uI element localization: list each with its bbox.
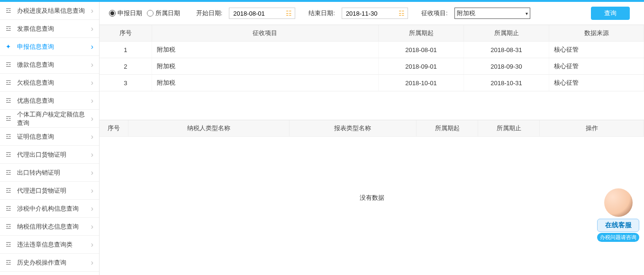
sidebar-item-violation[interactable]: ☲违法违章信息查询类› — [0, 236, 99, 254]
export-icon: ☲ — [6, 151, 13, 158]
collection-label: 征收项目: — [421, 9, 448, 18]
detail-table: 序号 纳税人类型名称 报表类型名称 所属期起 所属期止 操作 — [100, 120, 644, 137]
filter-bar: 申报日期 所属日期 开始日期: ☷ 结束日期: ☷ 征收项目: 附加税▾ 查询 — [100, 2, 644, 25]
sidebar-item-invoice[interactable]: ☲发票信息查询› — [0, 20, 99, 38]
avatar — [604, 188, 633, 217]
sidebar-item-history[interactable]: ☲历史办税操作查询› — [0, 254, 99, 272]
chevron-right-icon: › — [91, 240, 93, 249]
doc-icon: ☲ — [6, 7, 13, 14]
start-date-input[interactable]: ☷ — [229, 8, 295, 19]
col-source: 数据来源 — [549, 25, 644, 42]
sidebar-item-arrears[interactable]: ☲欠税信息查询› — [0, 74, 99, 92]
money-icon: ☲ — [6, 61, 13, 68]
sidebar-item-individual[interactable]: ☲个体工商户核定定额信息查询› — [0, 110, 99, 128]
sidebar-item-export-agent[interactable]: ☲代理出口货物证明› — [0, 146, 99, 164]
cert-icon: ☲ — [6, 133, 13, 140]
empty-state: 没有数据 — [100, 137, 644, 259]
sidebar-item-domestic[interactable]: ☲出口转内销证明› — [0, 164, 99, 182]
col-index: 序号 — [100, 25, 152, 42]
col-item: 征收项目 — [152, 25, 379, 42]
col2-end: 所属期止 — [478, 120, 540, 137]
chevron-right-icon: › — [91, 7, 93, 15]
col2-start: 所属期起 — [417, 120, 478, 137]
col2-index: 序号 — [100, 120, 128, 137]
col2-action: 操作 — [540, 120, 644, 137]
tag-icon: ☲ — [6, 97, 13, 104]
col2-report: 报表类型名称 — [289, 120, 417, 137]
radio-declare-date[interactable]: 申报日期 — [109, 9, 142, 18]
sidebar-item-intermediary[interactable]: ☲涉税中介机构信息查询› — [0, 200, 99, 218]
end-date-label: 结束日期: — [308, 9, 335, 18]
credit-icon: ☲ — [6, 223, 13, 230]
end-date-input[interactable]: ☷ — [342, 8, 408, 19]
sidebar-item-benefit[interactable]: ☲优惠信息查询› — [0, 92, 99, 110]
search-doc-icon: ☲ — [6, 25, 13, 32]
sidebar-item-credit[interactable]: ☲纳税信用状态信息查询› — [0, 218, 99, 236]
history-icon: ☲ — [6, 259, 13, 266]
building-icon: ☲ — [6, 115, 13, 122]
chevron-right-icon: › — [91, 204, 93, 213]
table-row[interactable]: 1附加税2018-08-012018-08-31核心征管 — [100, 42, 644, 58]
table-row[interactable]: 2附加税2018-09-012018-09-30核心征管 — [100, 58, 644, 75]
chevron-right-icon: › — [91, 97, 93, 105]
domestic-icon: ☲ — [6, 169, 13, 176]
chevron-right-icon: › — [91, 258, 93, 267]
org-icon: ☲ — [6, 205, 13, 212]
sidebar-item-cert[interactable]: ☲证明信息查询› — [0, 128, 99, 146]
col-period-start: 所属期起 — [379, 25, 464, 42]
table-row[interactable]: 3附加税2018-10-012018-10-31核心征管 — [100, 75, 644, 91]
import-icon: ☲ — [6, 187, 13, 194]
sidebar-item-declare[interactable]: ✦申报信息查询› — [0, 38, 99, 56]
col-period-end: 所属期止 — [464, 25, 549, 42]
customer-service-widget[interactable]: 在线客服 办税问题请咨询 — [597, 188, 639, 242]
chevron-right-icon: › — [91, 43, 93, 51]
col2-taxpayer: 纳税人类型名称 — [128, 120, 289, 137]
chevron-right-icon: › — [91, 115, 93, 123]
chevron-right-icon: › — [91, 25, 93, 33]
file-icon: ✦ — [6, 43, 13, 50]
sidebar-item-progress[interactable]: ☲办税进度及结果信息查询› — [0, 2, 99, 20]
chevron-right-icon: › — [91, 79, 93, 87]
calendar-icon: ☷ — [286, 9, 293, 17]
chevron-right-icon: › — [91, 186, 93, 195]
chevron-right-icon: › — [91, 169, 93, 177]
radio-period-date[interactable]: 所属日期 — [147, 9, 180, 18]
chevron-down-icon: ▾ — [526, 11, 528, 16]
calendar-icon: ☷ — [399, 9, 406, 17]
cs-subtitle: 办税问题请咨询 — [597, 233, 639, 242]
sidebar: ☲办税进度及结果信息查询› ☲发票信息查询› ✦申报信息查询› ☲缴款信息查询›… — [0, 2, 100, 275]
chevron-right-icon: › — [91, 151, 93, 159]
sidebar-item-import-agent[interactable]: ☲代理进口货物证明› — [0, 182, 99, 200]
results-table: 序号 征收项目 所属期起 所属期止 数据来源 1附加税2018-08-01201… — [100, 25, 644, 91]
chevron-right-icon: › — [91, 61, 93, 69]
chevron-right-icon: › — [91, 222, 93, 231]
start-date-label: 开始日期: — [196, 9, 223, 18]
cs-title: 在线客服 — [597, 219, 639, 232]
search-button[interactable]: 查询 — [591, 7, 630, 20]
sidebar-item-payment[interactable]: ☲缴款信息查询› — [0, 56, 99, 74]
chevron-right-icon: › — [91, 133, 93, 141]
violation-icon: ☲ — [6, 241, 13, 248]
collection-select[interactable]: 附加税▾ — [454, 8, 530, 19]
warning-icon: ☲ — [6, 79, 13, 86]
